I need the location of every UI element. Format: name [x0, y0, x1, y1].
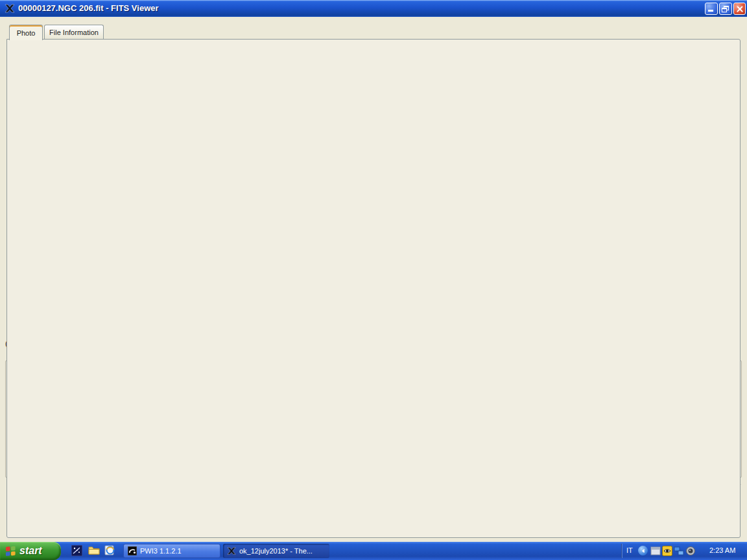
- close-button[interactable]: [733, 3, 746, 15]
- fits-viewer-app-icon: [227, 546, 236, 555]
- tab-file-information[interactable]: File Information: [44, 25, 104, 40]
- window-title: 00000127.NGC 206.fit - FITS Viewer: [18, 3, 159, 13]
- taskbar: start PWI3 1.1.2.1: [0, 542, 747, 560]
- clock[interactable]: 2:23 AM: [709, 546, 735, 554]
- start-button-label: start: [19, 545, 42, 557]
- tray-network-icon[interactable]: [674, 546, 684, 556]
- tray-camera-icon[interactable]: [685, 546, 696, 556]
- start-button[interactable]: start: [0, 542, 61, 560]
- folder-quicklaunch-icon[interactable]: [88, 545, 100, 555]
- language-indicator[interactable]: IT: [626, 546, 633, 554]
- windows-logo-icon: [5, 546, 16, 557]
- photo-tab-page: [6, 39, 741, 538]
- desktop: 00000127.NGC 206.fit - FITS Viewer Photo…: [0, 0, 747, 560]
- task-button-fits-document[interactable]: ok_12july2013* - The...: [223, 544, 329, 558]
- browser-quicklaunch-icon[interactable]: [104, 544, 115, 556]
- tray-window-icon[interactable]: [650, 546, 661, 556]
- chevron-left-icon: [642, 549, 646, 553]
- task-button-fits-label: ok_12july2013* - The...: [239, 547, 313, 555]
- tray-collapse-button[interactable]: [638, 546, 648, 555]
- restore-button[interactable]: [719, 3, 732, 15]
- task-button-pwi3-label: PWI3 1.1.2.1: [140, 547, 182, 555]
- fits-viewer-app-icon: [5, 3, 15, 14]
- tab-photo-label: Photo: [17, 29, 36, 37]
- tab-file-information-label: File Information: [49, 29, 99, 36]
- tray-eye-icon[interactable]: [662, 546, 672, 556]
- minimize-icon: [708, 10, 713, 12]
- tab-photo[interactable]: Photo: [9, 25, 43, 40]
- pwi3-app-icon: [128, 546, 137, 555]
- title-bar: 00000127.NGC 206.fit - FITS Viewer: [0, 0, 747, 17]
- minimize-button[interactable]: [705, 3, 718, 15]
- sky-chart-quicklaunch-icon[interactable]: [71, 545, 82, 556]
- task-button-pwi3[interactable]: PWI3 1.1.2.1: [123, 544, 220, 558]
